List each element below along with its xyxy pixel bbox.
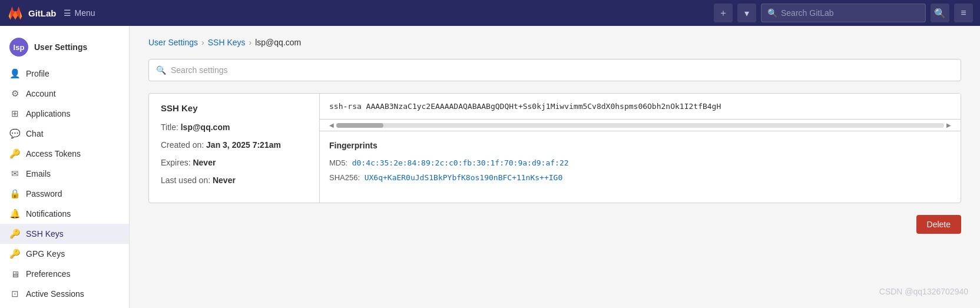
scroll-right-arrow[interactable]: ▶ xyxy=(946,122,951,128)
emails-icon: ✉ xyxy=(9,168,20,179)
sidebar-item-notifications[interactable]: 🔔 Notifications xyxy=(0,204,129,224)
main-content: User Settings › SSH Keys › lsp@qq.com 🔍 … xyxy=(130,26,980,308)
settings-search-icon: 🔍 xyxy=(156,65,166,75)
search-icon: 🔍 xyxy=(767,8,777,18)
search-input[interactable] xyxy=(781,8,919,18)
breadcrumb-ssh-keys[interactable]: SSH Keys xyxy=(208,38,246,47)
sidebar-item-label: Emails xyxy=(26,169,51,178)
sha256-value: UX6q+KaER0uJdS1BkPYbfK8os190nBFC+11nKs++… xyxy=(365,173,563,182)
sidebar-item-label: Notifications xyxy=(26,209,71,218)
sidebar-item-profile[interactable]: 👤 Profile xyxy=(0,64,129,84)
ssh-expires-label: Expires: xyxy=(161,158,191,167)
sidebar-item-auth-log[interactable]: 📋 Authentication log xyxy=(0,304,129,308)
account-icon: ⚙ xyxy=(9,88,20,99)
fingerprint-md5-row: MD5: d0:4c:35:2e:84:89:2c:c0:fb:30:1f:70… xyxy=(329,158,951,167)
breadcrumb: User Settings › SSH Keys › lsp@qq.com xyxy=(148,38,961,47)
sidebar-item-label: Access Tokens xyxy=(26,149,81,158)
ssh-expires-field: Expires: Never xyxy=(161,158,307,167)
ssh-title-field: Title: lsp@qq.com xyxy=(161,122,307,132)
new-item-button[interactable]: ＋ xyxy=(714,4,733,22)
menu-label: Menu xyxy=(75,8,95,18)
sidebar-item-label: Preferences xyxy=(26,269,70,279)
dropdown-arrow-button[interactable]: ▾ xyxy=(737,4,756,22)
sidebar-item-emails[interactable]: ✉ Emails xyxy=(0,164,129,184)
delete-area: Delete xyxy=(148,215,961,234)
sidebar-item-label: GPG Keys xyxy=(26,249,65,259)
preferences-icon: 🖥 xyxy=(9,269,20,279)
active-sessions-icon: ⊡ xyxy=(9,289,20,299)
sidebar-item-label: Applications xyxy=(26,109,71,118)
chat-icon: 💬 xyxy=(9,128,20,139)
sidebar-header: lsp User Settings xyxy=(0,33,129,64)
md5-value: d0:4c:35:2e:84:89:2c:c0:fb:30:1f:70:9a:d… xyxy=(352,158,569,167)
ssh-key-right-panel: ssh-rsa AAAAB3NzaC1yc2EAAAADAQABAABgQDQH… xyxy=(320,94,961,203)
scroll-left-arrow[interactable]: ◀ xyxy=(329,122,334,128)
fingerprint-sha256-row: SHA256: UX6q+KaER0uJdS1BkPYbfK8os190nBFC… xyxy=(329,173,951,182)
sidebar-item-preferences[interactable]: 🖥 Preferences xyxy=(0,264,129,284)
top-nav: GitLab ☰ Menu ＋ ▾ 🔍 🔍 ≡ xyxy=(0,0,980,26)
ssh-created-label: Created on: xyxy=(161,140,204,150)
gpg-keys-icon: 🔑 xyxy=(9,249,20,259)
sidebar-item-access-tokens[interactable]: 🔑 Access Tokens xyxy=(0,144,129,164)
ssh-key-value: ssh-rsa AAAAB3NzaC1yc2EAAAADAQABAABgQDQH… xyxy=(320,94,961,120)
fingerprints-title: Fingerprints xyxy=(329,141,951,150)
applications-icon: ⊞ xyxy=(9,108,20,119)
sidebar-item-ssh-keys[interactable]: 🔑 SSH Keys xyxy=(0,224,129,244)
access-tokens-icon: 🔑 xyxy=(9,148,20,159)
fingerprints-section: Fingerprints MD5: d0:4c:35:2e:84:89:2c:c… xyxy=(320,131,961,197)
sidebar-item-applications[interactable]: ⊞ Applications xyxy=(0,104,129,124)
gitlab-logo[interactable]: GitLab xyxy=(7,5,57,21)
password-icon: 🔒 xyxy=(9,188,20,199)
avatar: lsp xyxy=(9,38,28,57)
sha256-label: SHA256: xyxy=(329,173,360,182)
sidebar-item-label: Account xyxy=(26,89,56,98)
breadcrumb-sep-2: › xyxy=(249,38,252,47)
ssh-key-scrollbar[interactable]: ◀ ▶ xyxy=(320,120,961,131)
ssh-key-card: SSH Key Title: lsp@qq.com Created on: Ja… xyxy=(148,93,961,203)
page-layout: lsp User Settings 👤 Profile ⚙ Account ⊞ … xyxy=(0,26,980,308)
ssh-last-used-value: Never xyxy=(213,175,236,185)
sidebar-item-label: Chat xyxy=(26,129,44,138)
scroll-track[interactable] xyxy=(336,123,944,128)
delete-button[interactable]: Delete xyxy=(916,215,961,234)
notifications-button[interactable]: ≡ xyxy=(954,4,973,22)
breadcrumb-user-settings[interactable]: User Settings xyxy=(148,38,198,47)
ssh-last-used-label: Last used on: xyxy=(161,175,210,185)
sidebar-item-account[interactable]: ⚙ Account xyxy=(0,84,129,104)
sidebar-item-label: Profile xyxy=(26,69,49,78)
sidebar-item-chat[interactable]: 💬 Chat xyxy=(0,124,129,144)
hamburger-icon: ☰ xyxy=(64,8,71,18)
sidebar-item-label: Active Sessions xyxy=(26,289,84,299)
ssh-created-field: Created on: Jan 3, 2025 7:21am xyxy=(161,140,307,150)
search-submit-button[interactable]: 🔍 xyxy=(931,4,949,22)
scroll-thumb xyxy=(336,123,383,128)
menu-toggle[interactable]: ☰ Menu xyxy=(64,8,95,18)
sidebar-item-gpg-keys[interactable]: 🔑 GPG Keys xyxy=(0,244,129,264)
sidebar-item-label: Password xyxy=(26,189,62,198)
nav-actions: ＋ ▾ 🔍 🔍 ≡ xyxy=(714,4,973,22)
ssh-title-label: Title: xyxy=(161,122,178,132)
sidebar-title: User Settings xyxy=(34,42,87,52)
breadcrumb-current: lsp@qq.com xyxy=(255,38,301,47)
sidebar-item-active-sessions[interactable]: ⊡ Active Sessions xyxy=(0,284,129,304)
ssh-key-section-label: SSH Key xyxy=(161,103,307,113)
sidebar-item-label: SSH Keys xyxy=(26,229,64,239)
sidebar: lsp User Settings 👤 Profile ⚙ Account ⊞ … xyxy=(0,26,130,308)
settings-search-bar[interactable]: 🔍 xyxy=(148,59,961,81)
ssh-title-value: lsp@qq.com xyxy=(181,122,230,132)
ssh-key-info-panel: SSH Key Title: lsp@qq.com Created on: Ja… xyxy=(149,94,320,203)
logo-text: GitLab xyxy=(28,8,57,18)
ssh-expires-value: Never xyxy=(193,158,216,167)
notifications-icon: 🔔 xyxy=(9,208,20,219)
ssh-last-used-field: Last used on: Never xyxy=(161,175,307,185)
settings-search-input[interactable] xyxy=(171,65,953,75)
profile-icon: 👤 xyxy=(9,68,20,79)
breadcrumb-sep-1: › xyxy=(201,38,204,47)
sidebar-item-password[interactable]: 🔒 Password xyxy=(0,184,129,204)
global-search[interactable]: 🔍 xyxy=(761,4,926,22)
ssh-keys-icon: 🔑 xyxy=(9,228,20,239)
md5-label: MD5: xyxy=(329,158,347,167)
ssh-created-value: Jan 3, 2025 7:21am xyxy=(206,140,281,150)
